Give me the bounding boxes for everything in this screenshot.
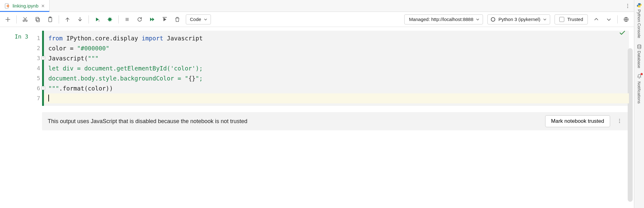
svg-point-2: [8, 5, 8, 6]
svg-text:I: I: [98, 19, 100, 22]
right-toolwindow-bar: Python Console Database Notifications: [634, 0, 644, 208]
svg-point-19: [619, 122, 620, 123]
output-more-icon[interactable]: [616, 118, 623, 125]
copy-button[interactable]: [34, 15, 42, 23]
server-select[interactable]: Managed: http://localhost:8888: [404, 14, 483, 24]
code-cell[interactable]: In 3 1234567 from IPython.core.display i…: [3, 31, 629, 106]
cut-button[interactable]: [21, 15, 29, 23]
python-console-tab[interactable]: Python Console: [636, 3, 642, 38]
cell-type-label: Code: [190, 17, 201, 22]
run-cell-button[interactable]: I: [93, 15, 101, 23]
database-label: Database: [637, 51, 641, 68]
kernel-label: Python 3 (ipykernel): [498, 17, 540, 22]
chevron-down-icon: [476, 18, 480, 21]
separator: [118, 15, 119, 23]
notebook-toolbar: I Code: [0, 12, 634, 27]
file-tab[interactable]: linking.ipynb ✕: [0, 0, 50, 12]
cell-output: This output uses JavaScript that is disa…: [42, 112, 629, 130]
tabbar-overflow-icon[interactable]: [621, 0, 634, 12]
svg-point-20: [637, 44, 641, 46]
separator: [16, 15, 17, 23]
svg-point-5: [627, 7, 628, 8]
move-up-button[interactable]: [63, 15, 72, 23]
svg-rect-9: [36, 17, 39, 21]
chevron-down-icon: [543, 18, 547, 21]
kernel-status-icon: [491, 17, 495, 22]
jupyter-file-icon: [4, 3, 10, 9]
notebook-area: In 3 1234567 from IPython.core.display i…: [0, 27, 634, 208]
editor-tabbar: linking.ipynb ✕: [0, 0, 634, 12]
restart-run-all-button[interactable]: [161, 15, 169, 23]
database-tab[interactable]: Database: [636, 44, 642, 68]
next-cell-button[interactable]: [605, 15, 613, 23]
prev-cell-button[interactable]: [592, 15, 600, 23]
chevron-down-icon: [204, 18, 207, 21]
svg-point-18: [619, 120, 620, 121]
run-all-button[interactable]: [148, 15, 156, 23]
add-cell-button[interactable]: [4, 15, 12, 23]
server-label: Managed: http://localhost:8888: [409, 17, 473, 22]
line-numbers: 1234567: [31, 31, 42, 106]
svg-point-3: [627, 4, 628, 5]
output-message: This output uses JavaScript that is disa…: [48, 118, 539, 125]
close-icon[interactable]: ✕: [41, 3, 45, 8]
paste-button[interactable]: [46, 15, 54, 23]
open-in-browser-button[interactable]: [622, 15, 630, 23]
trusted-label: Trusted: [567, 17, 583, 22]
svg-point-17: [619, 119, 620, 120]
restart-kernel-button[interactable]: [136, 15, 144, 23]
file-tab-label: linking.ipynb: [13, 3, 39, 8]
clear-output-button[interactable]: [173, 15, 181, 23]
code-editor[interactable]: from IPython.core.display import Javascr…: [44, 31, 629, 106]
trusted-checkbox[interactable]: Trusted: [555, 14, 588, 24]
checkbox-icon: [559, 17, 564, 22]
svg-point-4: [627, 5, 628, 6]
svg-rect-15: [163, 17, 167, 18]
cell-prompt: In 3: [3, 31, 31, 106]
mark-trusted-button[interactable]: Mark notebook trusted: [545, 115, 610, 127]
stop-button[interactable]: [123, 15, 131, 23]
debug-cell-button[interactable]: [106, 15, 114, 23]
separator: [89, 15, 89, 23]
notifications-tab[interactable]: Notifications: [636, 74, 642, 104]
notifications-label: Notifications: [637, 81, 641, 104]
separator: [59, 15, 59, 23]
separator: [617, 15, 618, 23]
kernel-select[interactable]: Python 3 (ipykernel): [487, 14, 550, 24]
cell-type-select[interactable]: Code: [186, 14, 211, 24]
scrollbar[interactable]: [628, 48, 633, 202]
svg-rect-8: [37, 18, 40, 22]
move-down-button[interactable]: [76, 15, 84, 23]
python-console-label: Python Console: [637, 9, 641, 38]
bell-icon: [636, 74, 642, 80]
svg-rect-14: [126, 18, 129, 21]
